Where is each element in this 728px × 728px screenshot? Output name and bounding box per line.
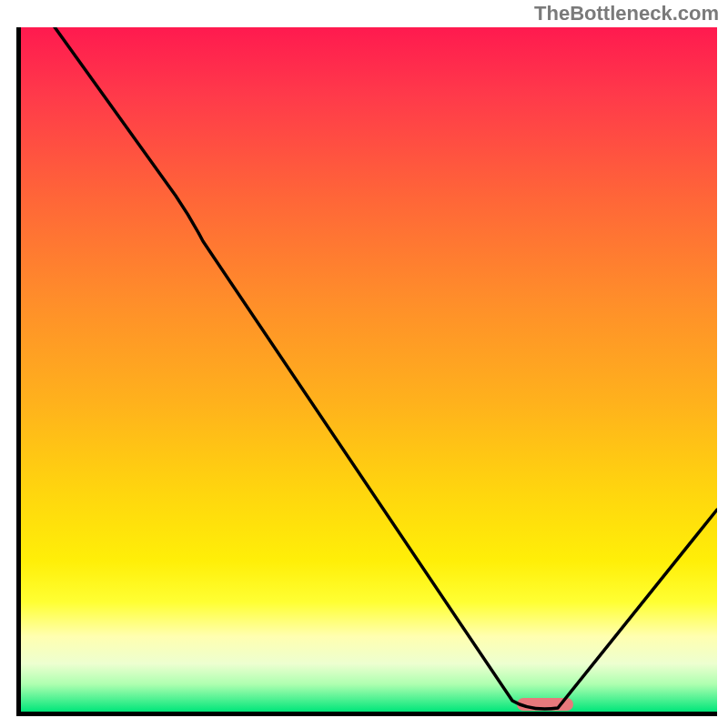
bottleneck-curve (48, 27, 717, 709)
chart-svg (21, 27, 717, 712)
chart-plot-area (16, 27, 717, 716)
attribution-text: TheBottleneck.com (534, 2, 719, 25)
